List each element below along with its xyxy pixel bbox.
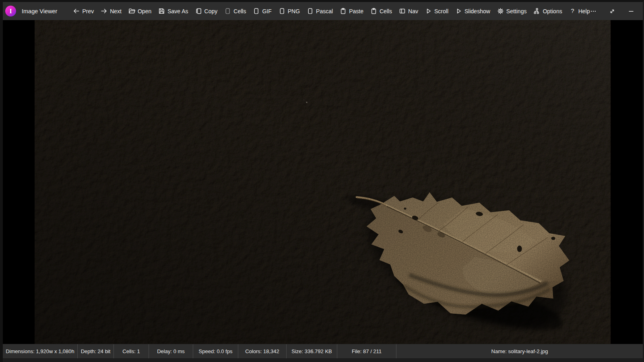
app-title: Image Viewer (22, 8, 57, 14)
toolbar-buttons: Prev Next Open Save As Copy Cells GIF PN… (72, 6, 590, 16)
clipboard-icon (370, 8, 377, 14)
toolbar-button-label: Prev (82, 8, 94, 14)
window-bottom-edge (3, 358, 643, 362)
question-icon: ? (569, 8, 576, 14)
toolbar-button-paste[interactable]: Paste (339, 6, 364, 16)
toolbar-button-label: Options (543, 8, 562, 14)
toolbar-button-copy[interactable]: Copy (195, 6, 218, 16)
statusbar-cell-file: File: 87 / 211 (337, 344, 396, 358)
statusbar-cell-speed: Speed: 0.0 fps (193, 344, 238, 358)
gear-icon (497, 8, 504, 14)
toolbar-button-pascal[interactable]: Pascal (306, 6, 333, 16)
toolbar-button-cells[interactable]: Cells (224, 6, 246, 16)
toolbar-button-label: Copy (204, 8, 218, 14)
toolbar-button-cells-2[interactable]: Cells (370, 6, 392, 16)
toolbar: I Image Viewer Prev Next Open Save As Co… (3, 2, 643, 20)
toolbar-button-label: Cells (233, 8, 246, 14)
toolbar-button-scroll[interactable]: Scroll (425, 6, 449, 16)
toolbar-button-settings[interactable]: Settings (497, 6, 527, 16)
app-logo-icon: I (5, 6, 16, 16)
floppy-icon (158, 8, 165, 14)
more-button[interactable] (590, 8, 597, 14)
toolbar-button-label: Paste (349, 8, 363, 14)
photo-solitary-leaf (35, 20, 611, 344)
page-icon (253, 8, 260, 14)
page-icon (279, 8, 285, 14)
statusbar-cell-depth: Depth: 24 bit (78, 344, 114, 358)
statusbar-cell-colors: Colors: 18,342 (238, 344, 287, 358)
toolbar-button-label: Nav (408, 8, 418, 14)
toolbar-button-label: Settings (506, 8, 527, 14)
statusbar-cell-delay: Delay: 0 ms (149, 344, 193, 358)
logo-letter: I (9, 7, 12, 15)
window-controls (590, 8, 644, 14)
photo-grain-overlay (35, 20, 611, 344)
app-window: I Image Viewer Prev Next Open Save As Co… (0, 0, 644, 362)
toolbar-button-help[interactable]: ? Help (569, 6, 590, 16)
toolbar-button-label: Cells (380, 8, 392, 14)
toolbar-button-label: Save As (167, 8, 188, 14)
minimize-button[interactable] (628, 8, 634, 14)
toolbar-button-gif[interactable]: GIF (252, 6, 272, 16)
arrow-right-icon (101, 8, 107, 14)
statusbar-cell-dimensions: Dimensions: 1,920w x 1,080h (3, 344, 78, 358)
toolbar-button-label: Open (138, 8, 151, 14)
play-icon (425, 8, 432, 14)
toolbar-button-png[interactable]: PNG (278, 6, 300, 16)
toolbar-button-prev[interactable]: Prev (72, 6, 94, 16)
toolbar-button-label: Next (110, 8, 122, 14)
image-canvas (3, 20, 643, 344)
toolbar-button-label: Help (578, 8, 590, 14)
statusbar-cell-name: Name: solitary-leaf-2.jpg (396, 344, 643, 358)
toolbar-button-label: PNG (288, 8, 300, 14)
toolbar-button-slideshow[interactable]: Slideshow (455, 6, 491, 16)
ellipsis-icon (590, 8, 597, 14)
toolbar-button-next[interactable]: Next (100, 6, 122, 16)
toolbar-button-label: Scroll (434, 8, 448, 14)
minimize-icon (628, 8, 634, 14)
folder-icon (128, 8, 135, 14)
arrow-left-icon (73, 8, 80, 14)
copy-icon (195, 8, 202, 14)
nodes-icon (533, 8, 540, 14)
expand-icon (609, 8, 615, 14)
toolbar-button-label: GIF (262, 8, 271, 14)
clipboard-icon (340, 8, 347, 14)
fullscreen-button[interactable] (609, 8, 615, 14)
svg-text:?: ? (571, 8, 574, 14)
toolbar-button-label: Pascal (316, 8, 333, 14)
toolbar-button-save-as[interactable]: Save As (158, 6, 188, 16)
statusbar-cell-cells: Cells: 1 (114, 344, 149, 358)
play-icon (455, 8, 462, 14)
page-icon (307, 8, 314, 14)
toolbar-button-open[interactable]: Open (128, 6, 152, 16)
sidebar-icon (399, 8, 406, 14)
statusbar-cell-size: Size: 336.792 KB (287, 344, 337, 358)
page-icon (224, 8, 231, 14)
statusbar: Dimensions: 1,920w x 1,080h Depth: 24 bi… (3, 344, 643, 358)
toolbar-button-label: Slideshow (464, 8, 490, 14)
toolbar-button-nav[interactable]: Nav (398, 6, 419, 16)
toolbar-button-options[interactable]: Options (533, 6, 562, 16)
